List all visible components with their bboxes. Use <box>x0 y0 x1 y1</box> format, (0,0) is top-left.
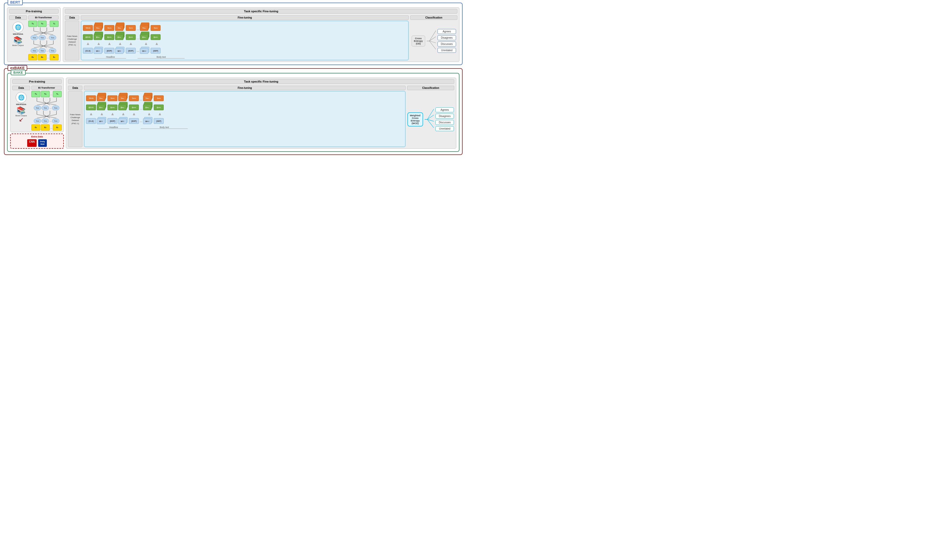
bake-body-text-label: Body text <box>141 126 188 129</box>
bake-arr-eop1: ▲ <box>108 112 117 116</box>
bert-bdots: ... <box>137 49 139 52</box>
arr-w11: ▲ <box>94 41 103 46</box>
bake-pretrain-title: Pre-training <box>12 79 62 84</box>
bake-trm1-top: Trm <box>34 106 41 110</box>
arr-eop1: ▲ <box>104 41 114 46</box>
edots: ... <box>47 56 49 59</box>
trm1-bot: Trm <box>31 48 38 53</box>
main-container: BERT Pre-training Data 🌐 WIKIPEDIA <box>0 0 467 158</box>
trmn-top: Trm <box>49 35 56 40</box>
bake-eop2-tok: [EOP] <box>129 118 139 124</box>
bake-task-title: Task specific Fine-tuning <box>68 79 454 84</box>
svg-line-38 <box>427 109 434 119</box>
bake-cross-lines2 <box>34 111 59 118</box>
bake-t-cls-tok: T[CLS] <box>86 95 96 101</box>
bake-tsep-tok: T[SEP] <box>154 95 164 101</box>
bake-section: BAKE Pre-training Data 🌐 WIKIPEDIA <box>7 73 460 152</box>
extra-data-box: Extra Data CNN DailyMail <box>10 134 64 149</box>
bert-ew11-stack: EW₁,₁ EW₁,₁ EW₁,₁ <box>94 32 103 40</box>
wikipedia-icon: 🌐 <box>12 22 23 33</box>
wikipedia-text: WIKIPEDIA <box>13 33 23 35</box>
body-text-underline: Body text <box>137 55 185 58</box>
book-corpus-text: Book Corpus <box>12 44 23 46</box>
cross-lines-svg <box>31 28 56 35</box>
bert-tsep-tok: T[SEP] <box>151 25 160 31</box>
arr-wm1: ▲ <box>141 41 151 46</box>
bake-eeop1-tok: E[EOP] <box>108 105 117 110</box>
bake-trm1-bot: Trm <box>34 118 41 123</box>
t2-token: T₂ <box>38 21 46 27</box>
bake-eop1-tok: [EOP] <box>108 118 117 124</box>
bake-t1-token: T₁ <box>31 91 40 97</box>
en-token: Eₙ <box>50 54 59 60</box>
bake-label: BAKE <box>11 70 26 75</box>
bake-teop2-tok: T[EOP] <box>129 95 139 101</box>
bake-arr-cls: ▲ <box>86 112 96 116</box>
bert-bw11-stack: W1,1 W1,1 <box>94 47 103 55</box>
bake-book-icon: 📚 <box>17 107 26 114</box>
trm1-top: Trm <box>31 35 38 40</box>
bake-disagrees: Disagrees <box>435 114 454 118</box>
curved-arrow-icon: ↙ <box>19 116 23 123</box>
bake-transformer-header: Bi-Transformer <box>31 86 62 90</box>
bake-ew21-stack: EW₂,₁ EW₂,₁ EW₂,₁ <box>118 102 128 110</box>
bert-eeop1-tok: E[EOP] <box>104 34 114 40</box>
arr-w21: ▲ <box>115 41 125 46</box>
bake-en-token: Eₙ <box>53 125 62 131</box>
bake-e2-token: E₂ <box>41 125 50 131</box>
bert-task-data-header: Data <box>65 15 79 20</box>
bake-trmn-top: Trm <box>52 106 59 110</box>
e1-token: E₁ <box>28 54 37 60</box>
bert-tw11-stack: TW₁,₁ TW₁,₁ TW₁,₁ <box>94 23 103 31</box>
bake-t2-token: T₂ <box>41 91 50 97</box>
bake-arr-sep: ▲ <box>155 112 165 116</box>
trm2-bot: Trm <box>39 48 46 53</box>
bert-tdots: ... <box>137 27 139 31</box>
bake-class-arrows <box>425 105 434 134</box>
cross-lines2-svg <box>31 40 56 48</box>
bert-teop1-tok: T[EOP] <box>104 25 114 31</box>
bert-unrelated: Unrelated <box>438 48 456 53</box>
bake-arr-eop2: ▲ <box>129 112 139 116</box>
bert-agrees: Agrees <box>438 29 456 34</box>
dailymail-logo: DailyMail <box>38 139 47 147</box>
bert-pretrain-title: Pre-training <box>9 9 59 14</box>
bake-dataset-label: Fake NewsChallengeDataset(FNC-1) <box>68 91 82 147</box>
svg-line-39 <box>427 115 434 119</box>
arr-cls: ▲ <box>83 41 93 46</box>
bake-discusses: Discusses <box>435 120 454 125</box>
trm2-top: Trm <box>39 35 46 40</box>
bert-t-cls-tok: T[CLS] <box>83 25 93 31</box>
bake-data-header: Data <box>12 86 30 90</box>
svg-line-40 <box>427 119 434 121</box>
bert-twm1-stack: TWₘ,₁ TWₘ,₁ TWₘ,₁ <box>140 23 150 31</box>
bake-tn-token: Tₙ <box>53 91 62 97</box>
bake-esep-tok: E[SEP] <box>154 105 164 110</box>
bake-ew11-stack: EW₁,₁ EW₁,₁ EW₁,₁ <box>97 102 107 110</box>
bake-e1-token: E₁ <box>31 125 40 131</box>
bert-eop1-tok: [EOP] <box>104 48 114 54</box>
bake-wikipedia-icon: 🌐 <box>16 92 27 103</box>
bert-ewm1-stack: EWₘ,₁ EWₘ,₁ EWₘ,₁ <box>140 32 150 40</box>
bake-trm2-bot: Trm <box>42 118 49 123</box>
t1-token: T₁ <box>28 21 37 27</box>
bert-teop2-tok: T[EOP] <box>126 25 136 31</box>
bake-unrelated: Unrelated <box>435 126 454 131</box>
bake-bw21-stack: W2,1 W2,1 <box>118 117 128 125</box>
bert-e-cls-tok: E[CLS] <box>83 34 93 40</box>
bake-agrees: Agrees <box>435 108 454 112</box>
bert-edots: ... <box>137 36 139 40</box>
bake-arr-w11: ▲ <box>97 112 107 116</box>
bake-bwm1-stack: Wm,1 Wm,1 <box>143 117 153 125</box>
arr-sep: ▲ <box>152 41 162 46</box>
bake-wce-box: WeightedCrossEntropy(WCE) <box>407 112 423 126</box>
bert-data-header: Data <box>9 15 27 20</box>
bake-e-cls-tok: E[CLS] <box>86 105 96 110</box>
svg-line-19 <box>429 41 436 43</box>
bake-tdots: ... <box>140 97 142 101</box>
bake-tw21-stack: TW₂,₁ TW₂,₁ TW₂,₁ <box>118 93 128 101</box>
bert-cls-tok: [CLS] <box>83 48 93 54</box>
bake-finetuning-header: Fine-tuning <box>84 86 406 90</box>
bert-tw21-stack: TW₂,₁ TW₂,₁ TW₂,₁ <box>115 23 125 31</box>
bert-class-arrows <box>427 27 436 55</box>
